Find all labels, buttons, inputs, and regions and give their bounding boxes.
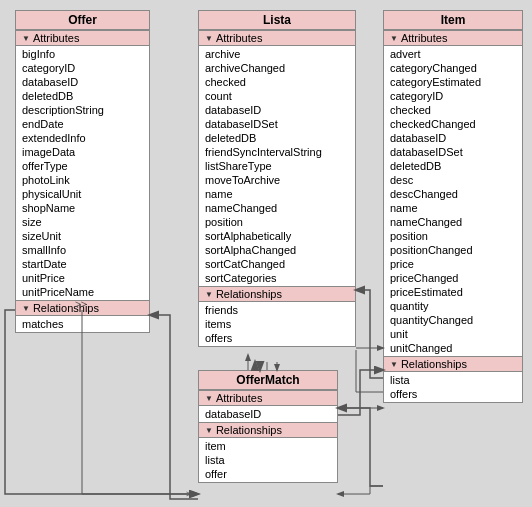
field-row: items	[205, 317, 349, 331]
field-row: physicalUnit	[22, 187, 143, 201]
field-row: unit	[390, 327, 516, 341]
item-rel-triangle: ▼	[390, 360, 398, 369]
field-row: lista	[205, 453, 331, 467]
offermatch-entity: OfferMatch ▼ Attributes databaseID ▼ Rel…	[198, 370, 338, 483]
offer-attributes-triangle: ▼	[22, 34, 30, 43]
item-lista-to-lista	[356, 290, 383, 378]
offermatch-attributes-header: ▼ Attributes	[199, 390, 337, 406]
field-row: deletedDB	[390, 159, 516, 173]
lista-attributes-header: ▼ Attributes	[199, 30, 355, 46]
item-fields: advert categoryChanged categoryEstimated…	[384, 46, 522, 356]
field-row: databaseID	[205, 407, 331, 421]
field-row: descriptionString	[22, 103, 143, 117]
lista-attributes-triangle: ▼	[205, 34, 213, 43]
field-row: offers	[390, 387, 516, 401]
field-row: priceEstimated	[390, 285, 516, 299]
field-row: count	[205, 89, 349, 103]
item-rel-fields: lista offers	[384, 372, 522, 402]
offer-relationships-header: ▼ Relationships	[16, 300, 149, 316]
offer-to-offermatch-line	[82, 310, 198, 494]
field-row: advert	[390, 47, 516, 61]
offermatch-item-to-item	[338, 370, 383, 415]
field-row: offerType	[22, 159, 143, 173]
offermatch-relationships-label: Relationships	[216, 424, 282, 436]
field-row: databaseIDSet	[390, 145, 516, 159]
offermatch-attributes-label: Attributes	[216, 392, 262, 404]
item-title: Item	[384, 11, 522, 30]
lista-relationships-header: ▼ Relationships	[199, 286, 355, 302]
field-row: sortAlphabetically	[205, 229, 349, 243]
field-row: offers	[205, 331, 349, 345]
field-row: lista	[390, 373, 516, 387]
field-row: checked	[390, 103, 516, 117]
field-row: archiveChanged	[205, 61, 349, 75]
item-attributes-label: Attributes	[401, 32, 447, 44]
item-relationships-label: Relationships	[401, 358, 467, 370]
offer-attributes-header: ▼ Attributes	[16, 30, 149, 46]
field-row: descChanged	[390, 187, 516, 201]
offermatch-rel-fields: item lista offer	[199, 438, 337, 482]
field-row: unitPrice	[22, 271, 143, 285]
field-row: smallInfo	[22, 243, 143, 257]
field-row: position	[390, 229, 516, 243]
field-row: sortAlphaChanged	[205, 243, 349, 257]
item-entity: Item ▼ Attributes advert categoryChanged…	[383, 10, 523, 403]
field-row: unitPriceName	[22, 285, 143, 299]
field-row: matches	[22, 317, 143, 331]
lista-relationships-label: Relationships	[216, 288, 282, 300]
field-row: databaseID	[390, 131, 516, 145]
field-row: checked	[205, 75, 349, 89]
offermatch-fields: databaseID	[199, 406, 337, 422]
offer-title: Offer	[16, 11, 149, 30]
field-row: offer	[205, 467, 331, 481]
item-attributes-triangle: ▼	[390, 34, 398, 43]
field-row: extendedInfo	[22, 131, 143, 145]
field-row: unitChanged	[390, 341, 516, 355]
field-row: databaseID	[205, 103, 349, 117]
field-row: name	[205, 187, 349, 201]
field-row: price	[390, 257, 516, 271]
field-row: databaseID	[22, 75, 143, 89]
field-row: sortCatChanged	[205, 257, 349, 271]
lista-rel-triangle: ▼	[205, 290, 213, 299]
offer-rel-triangle: ▼	[22, 304, 30, 313]
offermatch-attributes-triangle: ▼	[205, 394, 213, 403]
item-to-lista-offers-line	[356, 350, 383, 392]
field-row: deletedDB	[22, 89, 143, 103]
field-row: size	[22, 215, 143, 229]
offer-fields: bigInfo categoryID databaseID deletedDB …	[16, 46, 149, 300]
field-row: nameChanged	[390, 215, 516, 229]
field-row: categoryChanged	[390, 61, 516, 75]
field-row: sortCategories	[205, 271, 349, 285]
field-row: archive	[205, 47, 349, 61]
lista-fields: archive archiveChanged checked count dat…	[199, 46, 355, 286]
lista-title: Lista	[199, 11, 355, 30]
field-row: friends	[205, 303, 349, 317]
field-row: friendSyncIntervalString	[205, 145, 349, 159]
field-row: bigInfo	[22, 47, 143, 61]
double-arrow-left1: >>	[186, 489, 197, 499]
offer-attributes-label: Attributes	[33, 32, 79, 44]
field-row: name	[390, 201, 516, 215]
offermatch-offer-to-offer	[150, 315, 198, 499]
lista-attributes-label: Attributes	[216, 32, 262, 44]
field-row: item	[205, 439, 331, 453]
field-row: endDate	[22, 117, 143, 131]
field-row: categoryID	[390, 89, 516, 103]
field-row: checkedChanged	[390, 117, 516, 131]
field-row: nameChanged	[205, 201, 349, 215]
item-offers-to-offermatch	[338, 486, 383, 494]
field-row: categoryID	[22, 61, 143, 75]
offer-matches-connection	[5, 310, 198, 494]
offer-rel-fields: matches	[16, 316, 149, 332]
field-row: desc	[390, 173, 516, 187]
field-row: shopName	[22, 201, 143, 215]
lista-rel-fields: friends items offers	[199, 302, 355, 346]
offermatch-title: OfferMatch	[199, 371, 337, 390]
field-row: quantity	[390, 299, 516, 313]
field-row: moveToArchive	[205, 173, 349, 187]
field-row: databaseIDSet	[205, 117, 349, 131]
field-row: quantityChanged	[390, 313, 516, 327]
field-row: deletedDB	[205, 131, 349, 145]
field-row: positionChanged	[390, 243, 516, 257]
